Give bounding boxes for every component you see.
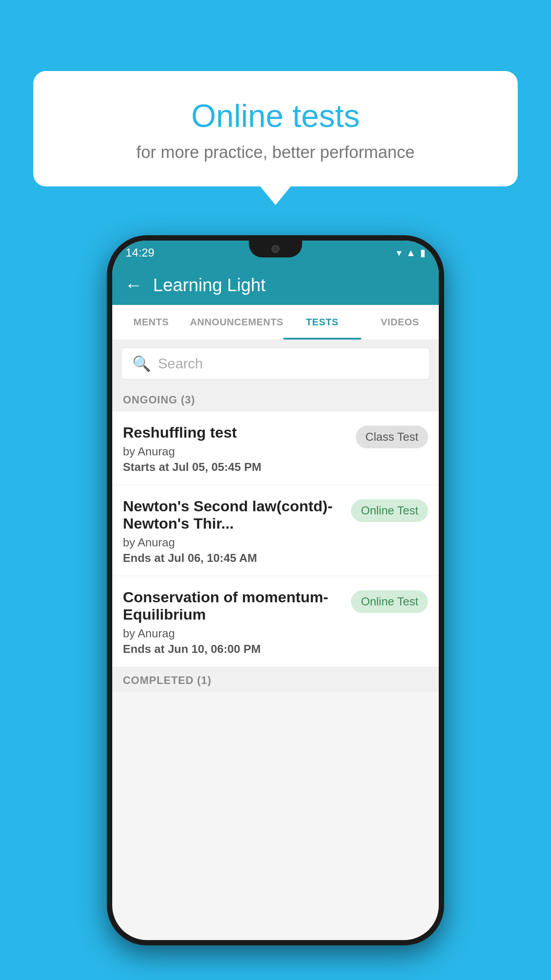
front-camera [272, 245, 279, 253]
tab-ments[interactable]: MENTS [112, 305, 190, 340]
test-by-1: by Anurag [123, 445, 350, 458]
status-time: 14:29 [126, 246, 154, 260]
test-date-2: Ends at Jul 06, 10:45 AM [123, 551, 346, 565]
page-background: Online tests for more practice, better p… [0, 0, 551, 980]
bubble-title: Online tests [55, 98, 496, 134]
phone-body: 14:29 ▾ ▲ ▮ ← Learning Light MENTS [107, 235, 444, 945]
test-date-1: Starts at Jul 05, 05:45 PM [123, 460, 350, 474]
test-name-2: Newton's Second law(contd)-Newton's Thir… [123, 498, 346, 532]
ongoing-section-label: ONGOING (3) [112, 387, 439, 411]
speech-bubble-container: Online tests for more practice, better p… [33, 71, 518, 186]
test-name-3: Conservation of momentum-Equilibrium [123, 589, 346, 623]
test-list: Reshuffling test by Anurag Starts at Jul… [112, 411, 439, 667]
back-button[interactable]: ← [125, 275, 142, 295]
test-item-3[interactable]: Conservation of momentum-Equilibrium by … [112, 576, 439, 667]
tab-tests[interactable]: TESTS [283, 305, 361, 340]
search-placeholder: Search [158, 356, 203, 372]
badge-class-test-1: Class Test [356, 426, 428, 448]
test-item-2[interactable]: Newton's Second law(contd)-Newton's Thir… [112, 485, 439, 576]
badge-online-test-3: Online Test [351, 590, 428, 613]
test-name-1: Reshuffling test [123, 424, 350, 441]
phone-screen: 14:29 ▾ ▲ ▮ ← Learning Light MENTS [112, 241, 439, 940]
test-info-1: Reshuffling test by Anurag Starts at Jul… [123, 424, 350, 474]
search-icon: 🔍 [132, 355, 151, 372]
completed-section-label: COMPLETED (1) [112, 667, 439, 692]
app-title: Learning Light [153, 275, 266, 295]
status-icons: ▾ ▲ ▮ [397, 247, 425, 259]
phone-notch [249, 241, 302, 257]
test-info-3: Conservation of momentum-Equilibrium by … [123, 589, 346, 656]
test-by-3: by Anurag [123, 627, 346, 640]
search-container: 🔍 Search [112, 340, 439, 387]
test-info-2: Newton's Second law(contd)-Newton's Thir… [123, 498, 346, 565]
tab-videos[interactable]: VIDEOS [361, 305, 439, 340]
battery-icon: ▮ [420, 247, 425, 259]
test-date-3: Ends at Jun 10, 06:00 PM [123, 642, 346, 656]
bubble-subtitle: for more practice, better performance [55, 143, 496, 162]
wifi-icon: ▾ [397, 247, 401, 259]
badge-online-test-2: Online Test [351, 499, 428, 522]
speech-bubble: Online tests for more practice, better p… [33, 71, 518, 186]
tab-announcements[interactable]: ANNOUNCEMENTS [190, 305, 283, 340]
tabs-bar: MENTS ANNOUNCEMENTS TESTS VIDEOS [112, 305, 439, 340]
app-header: ← Learning Light [112, 265, 439, 305]
phone-container: 14:29 ▾ ▲ ▮ ← Learning Light MENTS [107, 235, 444, 945]
signal-icon: ▲ [406, 247, 416, 259]
search-box[interactable]: 🔍 Search [121, 348, 430, 379]
test-item-1[interactable]: Reshuffling test by Anurag Starts at Jul… [112, 411, 439, 485]
test-by-2: by Anurag [123, 536, 346, 549]
